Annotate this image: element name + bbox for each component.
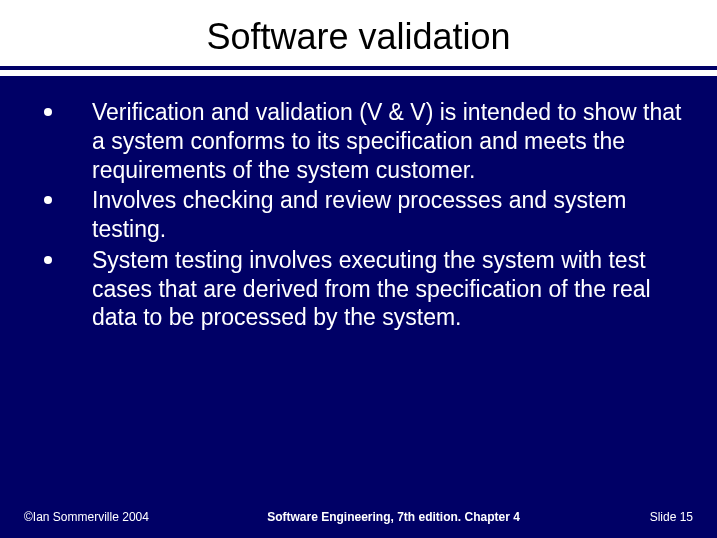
bullet-text: Involves checking and review processes a… — [92, 187, 626, 242]
slide-body: Verification and validation (V & V) is i… — [0, 76, 717, 332]
list-item: System testing involves executing the sy… — [30, 246, 687, 332]
bullet-list: Verification and validation (V & V) is i… — [30, 98, 687, 332]
bullet-icon — [44, 196, 52, 204]
list-item: Verification and validation (V & V) is i… — [30, 98, 687, 184]
slide: Software validation Verification and val… — [0, 0, 717, 538]
slide-footer: ©Ian Sommerville 2004 Software Engineeri… — [0, 510, 717, 524]
footer-copyright: ©Ian Sommerville 2004 — [24, 510, 174, 524]
bullet-icon — [44, 256, 52, 264]
slide-title: Software validation — [0, 0, 717, 66]
bullet-text: Verification and validation (V & V) is i… — [92, 99, 681, 183]
bullet-text: System testing involves executing the sy… — [92, 247, 651, 331]
bullet-icon — [44, 108, 52, 116]
list-item: Involves checking and review processes a… — [30, 186, 687, 244]
footer-chapter: Software Engineering, 7th edition. Chapt… — [174, 510, 613, 524]
footer-slide-number: Slide 15 — [613, 510, 693, 524]
